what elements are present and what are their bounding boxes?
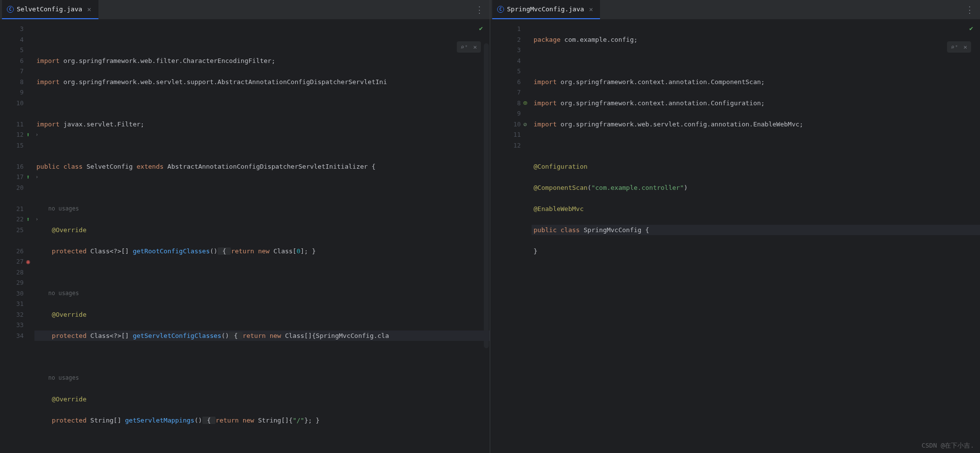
- line-number[interactable]: 5: [490, 66, 530, 77]
- line-number[interactable]: 20: [0, 182, 32, 193]
- line-number[interactable]: 30: [0, 288, 32, 299]
- line-number[interactable]: 21: [0, 204, 32, 214]
- tab-actions: ⋮: [475, 4, 488, 15]
- close-icon[interactable]: ×: [587, 4, 595, 14]
- line-number[interactable]: [0, 151, 32, 161]
- code-line: [34, 98, 490, 109]
- left-editor[interactable]: ✔ ⌕⁺ × 3 4 5 6 7 8 9 10 11 12⬆› 15 16: [0, 20, 490, 453]
- usages-hint[interactable]: no usages: [34, 204, 490, 214]
- code-line: [34, 267, 490, 278]
- line-number[interactable]: 6: [0, 56, 32, 66]
- code-line: @Override: [34, 225, 490, 236]
- line-number[interactable]: 29: [0, 277, 32, 288]
- code-line: import org.springframework.web.servlet.c…: [532, 119, 980, 130]
- right-gutter: 1 2 3 4 5 6 7 8⌾ 9 10⊘ 11 12: [490, 20, 530, 453]
- left-code[interactable]: import org.springframework.web.filter.Ch…: [32, 20, 490, 453]
- code-line: import org.springframework.web.filter.Ch…: [34, 56, 490, 66]
- line-number[interactable]: 26: [0, 246, 32, 257]
- bean-icon[interactable]: ⌾: [522, 99, 529, 106]
- code-line: import org.springframework.context.annot…: [532, 77, 980, 88]
- usages-hint[interactable]: no usages: [34, 288, 490, 299]
- java-class-icon: C: [497, 6, 504, 13]
- code-line: [532, 267, 980, 278]
- line-number[interactable]: 34: [0, 331, 32, 341]
- line-number[interactable]: [0, 108, 32, 119]
- tab-filename: SpringMvcConfig.java: [507, 5, 584, 13]
- line-number[interactable]: 1: [490, 24, 530, 34]
- line-number[interactable]: 10: [0, 98, 32, 109]
- code-line: protected Class<?>[] getRootConfigClasse…: [34, 246, 490, 257]
- tab-selvetconfig[interactable]: C SelvetConfig.java ×: [2, 0, 98, 19]
- code-line: [532, 140, 980, 151]
- line-number[interactable]: 12: [490, 140, 530, 151]
- line-number[interactable]: 9: [490, 108, 530, 119]
- java-class-icon: C: [7, 6, 14, 13]
- override-up-icon[interactable]: ⬆: [25, 131, 32, 138]
- close-icon[interactable]: ×: [85, 4, 93, 14]
- line-number[interactable]: 3: [490, 45, 530, 56]
- line-number[interactable]: 11: [0, 119, 32, 130]
- code-line: import org.springframework.context.annot…: [532, 98, 980, 109]
- usages-hint[interactable]: no usages: [34, 373, 490, 384]
- left-tabbar: C SelvetConfig.java × ⋮: [0, 0, 490, 20]
- right-code[interactable]: package com.example.config; import org.s…: [530, 20, 980, 453]
- line-number[interactable]: 4: [0, 34, 32, 45]
- right-editor[interactable]: ✔ ⌕⁺ × 1 2 3 4 5 6 7 8⌾ 9 10⊘ 11 12 pack…: [490, 20, 980, 453]
- line-number[interactable]: 7: [0, 66, 32, 77]
- line-number[interactable]: 32: [0, 309, 32, 320]
- code-line: @Override: [34, 394, 490, 405]
- override-up-icon[interactable]: ⬆: [25, 174, 32, 181]
- kebab-menu-icon[interactable]: ⋮: [965, 4, 974, 15]
- right-pane: C SpringMvcConfig.java × ⋮ ✔ ⌕⁺ × 1 2 3 …: [490, 0, 980, 453]
- code-line: public class SelvetConfig extends Abstra…: [34, 161, 490, 172]
- line-number[interactable]: 11: [490, 129, 530, 140]
- line-number[interactable]: 15: [0, 140, 32, 151]
- watermark: CSDN @在下小吉.: [921, 441, 974, 450]
- code-line: protected String[] getServletMappings() …: [34, 415, 490, 426]
- line-number[interactable]: [0, 235, 32, 246]
- line-number[interactable]: 4: [490, 56, 530, 66]
- tab-filename: SelvetConfig.java: [17, 5, 82, 13]
- right-tabbar: C SpringMvcConfig.java × ⋮: [490, 0, 980, 20]
- code-line: [34, 34, 490, 45]
- override-icon[interactable]: ◉: [25, 258, 32, 265]
- line-number[interactable]: 27◉: [0, 256, 32, 267]
- code-line: }: [532, 246, 980, 257]
- line-number[interactable]: 16: [0, 161, 32, 172]
- no-entry-icon[interactable]: ⊘: [522, 121, 529, 127]
- line-number[interactable]: 31: [0, 299, 32, 309]
- code-line: @Configuration: [532, 161, 980, 172]
- line-number[interactable]: 2: [490, 34, 530, 45]
- line-number[interactable]: 25: [0, 225, 32, 236]
- code-line: public class SpringMvcConfig {: [532, 225, 980, 236]
- line-number[interactable]: 17⬆›: [0, 172, 32, 182]
- code-line: [34, 352, 490, 362]
- line-number[interactable]: 6: [490, 77, 530, 88]
- line-number[interactable]: 8: [0, 77, 32, 88]
- tab-springmvcconfig[interactable]: C SpringMvcConfig.java ×: [492, 0, 600, 19]
- code-line: package com.example.config;: [532, 34, 980, 45]
- code-line: [34, 140, 490, 151]
- kebab-menu-icon[interactable]: ⋮: [475, 4, 484, 15]
- line-number[interactable]: 22⬆›: [0, 214, 32, 225]
- line-number[interactable]: 7: [490, 87, 530, 98]
- split-editor: C SelvetConfig.java × ⋮ ✔ ⌕⁺ × 3 4 5 6 7…: [0, 0, 980, 453]
- code-line: import javax.servlet.Filter;: [34, 119, 490, 130]
- code-line: [532, 56, 980, 66]
- override-up-icon[interactable]: ⬆: [25, 216, 32, 223]
- code-line: protected Class<?>[] getServletConfigCla…: [34, 331, 490, 341]
- line-number[interactable]: 5: [0, 45, 32, 56]
- line-number[interactable]: 3: [0, 24, 32, 34]
- code-line: [34, 182, 490, 193]
- line-number[interactable]: 12⬆›: [0, 129, 32, 140]
- code-line: @EnableWebMvc: [532, 204, 980, 214]
- code-line: @Override: [34, 309, 490, 320]
- line-number[interactable]: 10⊘: [490, 119, 530, 130]
- line-number[interactable]: 9: [0, 87, 32, 98]
- line-number[interactable]: 8⌾: [490, 98, 530, 109]
- line-number[interactable]: 28: [0, 267, 32, 278]
- left-gutter: 3 4 5 6 7 8 9 10 11 12⬆› 15 16 17⬆› 20 2…: [0, 20, 32, 453]
- left-pane: C SelvetConfig.java × ⋮ ✔ ⌕⁺ × 3 4 5 6 7…: [0, 0, 490, 453]
- line-number[interactable]: 33: [0, 320, 32, 331]
- line-number[interactable]: [0, 193, 32, 204]
